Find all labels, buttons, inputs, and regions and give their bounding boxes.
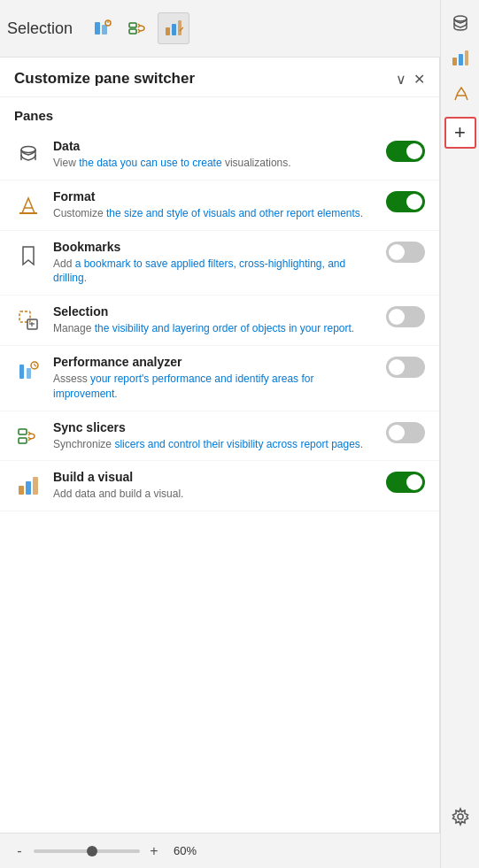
- svg-rect-36: [33, 477, 38, 495]
- pane-name-bookmarks: Bookmarks: [53, 240, 375, 254]
- settings-sidebar-icon[interactable]: [444, 801, 476, 833]
- zoom-slider[interactable]: [34, 849, 140, 853]
- pane-desc-selection: Manage the visibility and layering order…: [53, 321, 375, 336]
- svg-rect-0: [95, 22, 100, 35]
- pane-name-performance: Performance analyzer: [53, 355, 375, 369]
- toggle-sync[interactable]: [386, 422, 425, 443]
- panel-close-icon[interactable]: ✕: [413, 71, 425, 88]
- svg-rect-15: [465, 50, 468, 65]
- pane-toggle-performance[interactable]: [386, 357, 425, 381]
- data-sidebar-icon[interactable]: [444, 7, 476, 39]
- pane-item-format: FormatCustomize the size and style of vi…: [0, 181, 439, 231]
- toggle-performance[interactable]: [386, 357, 425, 378]
- top-bar-icons: [87, 12, 189, 44]
- zoom-percent: 60%: [174, 844, 197, 857]
- svg-rect-7: [172, 24, 176, 35]
- toggle-build[interactable]: [386, 472, 425, 493]
- panes-container: DataView the data you can use to create …: [0, 130, 439, 511]
- pane-item-performance: Performance analyzerAssess your report's…: [0, 346, 439, 411]
- plus-icon: +: [454, 121, 466, 144]
- toggle-bookmarks[interactable]: [386, 242, 425, 263]
- pane-content-format: FormatCustomize the size and style of vi…: [53, 189, 375, 221]
- svg-rect-23: [19, 311, 30, 322]
- top-bar-title: Selection: [7, 19, 73, 38]
- panel-chevron-icon[interactable]: ∨: [396, 71, 406, 88]
- panel-title: Customize pane switcher: [14, 70, 195, 88]
- svg-rect-35: [26, 481, 31, 495]
- toggle-selection[interactable]: [386, 306, 425, 327]
- toggle-data[interactable]: [386, 141, 425, 162]
- pane-desc-sync: Synchronize slicers and control their vi…: [53, 437, 375, 452]
- pane-content-sync: Sync slicersSynchronize slicers and cont…: [53, 420, 375, 452]
- build-icon: [14, 472, 42, 500]
- pane-item-sync: Sync slicersSynchronize slicers and cont…: [0, 411, 439, 462]
- pane-toggle-sync[interactable]: [386, 422, 425, 447]
- svg-rect-33: [19, 438, 27, 443]
- toggle-knob-build: [406, 474, 422, 490]
- pane-item-selection: SelectionManage the visibility and layer…: [0, 296, 439, 346]
- svg-rect-8: [178, 20, 182, 35]
- performance-icon: [14, 357, 42, 385]
- add-pane-button[interactable]: +: [444, 117, 476, 149]
- zoom-slider-thumb: [87, 846, 97, 856]
- pane-toggle-data[interactable]: [386, 141, 425, 165]
- pane-desc-performance: Assess your report's performance and ide…: [53, 372, 375, 402]
- bookmarks-icon: [14, 242, 42, 270]
- pane-content-data: DataView the data you can use to create …: [53, 139, 375, 171]
- pane-desc-data: View the data you can use to create visu…: [53, 156, 375, 171]
- pane-desc-build: Add data and build a visual.: [53, 487, 375, 502]
- pane-name-selection: Selection: [53, 304, 375, 319]
- pane-name-build: Build a visual: [53, 470, 375, 484]
- toggle-format[interactable]: [386, 191, 425, 212]
- pane-desc-bookmarks: Add a bookmark to save applied filters, …: [53, 257, 375, 287]
- zoom-plus-button[interactable]: +: [145, 843, 163, 859]
- svg-rect-1: [102, 25, 107, 35]
- toggle-knob-performance: [389, 359, 405, 375]
- pane-name-data: Data: [53, 139, 375, 153]
- pane-content-performance: Performance analyzerAssess your report's…: [53, 355, 375, 402]
- svg-rect-14: [459, 54, 463, 65]
- pane-toggle-format[interactable]: [386, 191, 425, 216]
- svg-rect-27: [19, 365, 24, 379]
- svg-rect-13: [452, 58, 457, 65]
- pane-item-data: DataView the data you can use to create …: [0, 130, 439, 181]
- build-sidebar-icon[interactable]: [444, 42, 476, 74]
- svg-line-31: [35, 365, 36, 366]
- toggle-knob-data: [406, 143, 422, 159]
- svg-rect-5: [129, 29, 136, 34]
- svg-point-18: [21, 147, 35, 153]
- toggle-knob-sync: [389, 425, 405, 441]
- sync-slicers-topbar-icon[interactable]: [122, 12, 154, 44]
- format-sidebar-icon[interactable]: [444, 78, 476, 110]
- pane-content-build: Build a visualAdd data and build a visua…: [53, 470, 375, 502]
- pane-item-build: Build a visualAdd data and build a visua…: [0, 461, 439, 511]
- pane-toggle-selection[interactable]: [386, 306, 425, 331]
- panel-header-actions: ∨ ✕: [396, 71, 425, 88]
- svg-point-10: [454, 16, 467, 21]
- zoom-minus-button[interactable]: -: [11, 843, 28, 859]
- build-visual-topbar-icon[interactable]: [158, 12, 189, 44]
- data-icon: [14, 141, 42, 169]
- pane-toggle-bookmarks[interactable]: [386, 242, 425, 266]
- selection-icon: [14, 306, 42, 334]
- toggle-knob-bookmarks: [389, 244, 405, 260]
- svg-point-17: [458, 814, 463, 819]
- pane-content-bookmarks: BookmarksAdd a bookmark to save applied …: [53, 240, 375, 287]
- pane-name-sync: Sync slicers: [53, 420, 375, 434]
- sync-icon: [14, 422, 42, 450]
- toggle-knob-format: [406, 194, 422, 210]
- pane-toggle-build[interactable]: [386, 472, 425, 496]
- pane-content-selection: SelectionManage the visibility and layer…: [53, 304, 375, 336]
- performance-analyzer-topbar-icon[interactable]: [87, 12, 119, 44]
- panel-header: Customize pane switcher ∨ ✕: [0, 58, 439, 97]
- right-sidebar: +: [440, 0, 479, 868]
- pane-desc-format: Customize the size and style of visuals …: [53, 206, 375, 221]
- svg-rect-4: [129, 23, 136, 27]
- pane-name-format: Format: [53, 189, 375, 204]
- top-bar: Selection: [0, 0, 479, 58]
- svg-rect-32: [19, 429, 27, 434]
- panes-label: Panes: [0, 97, 439, 130]
- pane-item-bookmarks: BookmarksAdd a bookmark to save applied …: [0, 231, 439, 296]
- svg-rect-6: [166, 27, 170, 35]
- svg-rect-34: [19, 486, 24, 495]
